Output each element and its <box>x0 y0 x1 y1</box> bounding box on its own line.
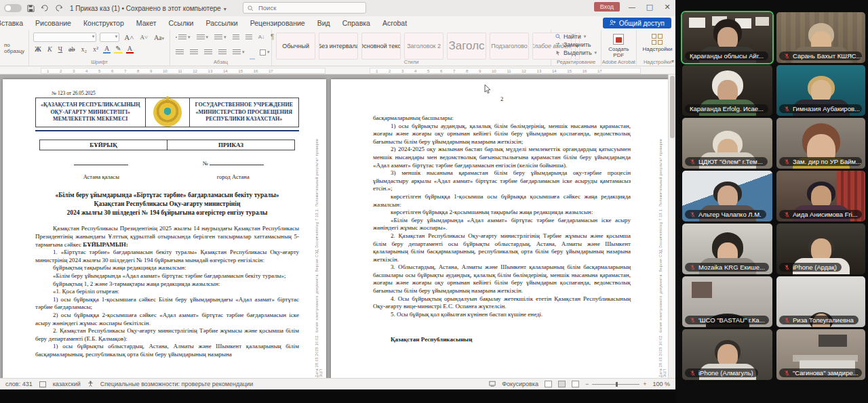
font-name-combo[interactable] <box>33 33 96 42</box>
style-heading2[interactable]: Заголовок 2 <box>404 33 443 60</box>
video-tile[interactable]: 'ШСО "BASTAU" г.Ка... <box>682 276 772 327</box>
sort-button[interactable]: А↓ <box>257 33 266 41</box>
print-layout-button[interactable] <box>558 381 566 387</box>
video-tile[interactable]: "Сагинова" замдире... <box>776 329 865 380</box>
document-page-2[interactable]: 2 басқармаларының басшылары: 1) осы бұйр… <box>331 79 670 378</box>
video-tile[interactable]: ЦДЮТ "Әлем" г.Тем... <box>682 118 772 169</box>
change-case-button[interactable]: Аа▾ <box>153 34 165 41</box>
style-no-spacing[interactable]: Без интервала <box>319 33 358 60</box>
proofing-icon[interactable] <box>39 381 46 387</box>
align-left-button[interactable] <box>174 49 185 56</box>
read-mode-button[interactable] <box>545 381 552 387</box>
zoom-level[interactable]: 100 % <box>652 381 670 387</box>
multilevel-list-button[interactable]: ▾ <box>213 34 228 41</box>
video-tile[interactable]: Аида Анисимова Fri... <box>776 171 865 221</box>
bullets-button[interactable]: ▾ <box>174 34 192 41</box>
align-center-button[interactable] <box>189 49 199 56</box>
video-tile[interactable]: iPhone (Ардақ) <box>776 224 865 274</box>
close-button[interactable]: ✕ <box>662 3 673 12</box>
highlight-button[interactable]: ✎ <box>114 45 122 54</box>
order-label-kazakh: БҰЙРЫҚ <box>40 140 167 150</box>
video-tile[interactable]: Карағанда Erfolg. Исае... <box>682 65 772 116</box>
tab-references[interactable]: Ссылки <box>163 17 200 29</box>
addins-button[interactable]: Надстройки <box>641 34 675 52</box>
tab-layout[interactable]: Макет <box>130 17 163 29</box>
style-heading1[interactable]: Заголс <box>447 33 486 60</box>
style-subtitle[interactable]: Подзаголово <box>490 33 529 60</box>
numbering-button[interactable]: ▾ <box>195 34 210 41</box>
shrink-font-button[interactable]: А˅ <box>138 34 149 41</box>
video-tile[interactable]: iPhone (Алмагуль) <box>682 329 772 380</box>
video-tile[interactable]: Қарағанды облысы Айг... <box>682 12 772 63</box>
maximize-button[interactable]: □ <box>644 3 655 12</box>
video-tile[interactable]: Риза Толеугалиевна <box>776 276 865 327</box>
redo-icon[interactable] <box>55 5 63 12</box>
video-tile[interactable]: Гимназия Аубакиров... <box>776 65 865 116</box>
document-page-1[interactable]: № 123 от 26.05.2025 «ҚАЗАҚСТАН РЕСПУБЛИК… <box>3 79 326 378</box>
tab-insert[interactable]: Вставка <box>0 17 29 29</box>
justify-button[interactable] <box>217 49 228 56</box>
font-color-button[interactable]: А <box>126 45 134 54</box>
word-count[interactable]: слов: 431 <box>5 381 33 387</box>
create-pdf-button[interactable]: Создать PDF <box>606 34 631 58</box>
city-kazakh: Астана қаласы <box>35 173 167 180</box>
find-button[interactable]: Найти▾ <box>555 33 597 40</box>
collapse-ribbon-icon[interactable]: ▾ <box>671 58 674 64</box>
grow-font-button[interactable]: А˄ <box>123 33 135 41</box>
share-button[interactable]: Общий доступ <box>603 18 671 28</box>
video-tile[interactable]: Сарань Бахыт КШЯС... <box>776 12 865 63</box>
bold-button[interactable]: Ж <box>33 45 43 53</box>
document-title[interactable]: 1 Приказ каз (1) • Сохранено в этот комп… <box>70 5 226 12</box>
scrollbar-thumb[interactable] <box>670 76 675 138</box>
borders-button[interactable]: ▾ <box>258 49 271 56</box>
ruler[interactable]: 1 2 3 4 5 6 7 8 9 10 11 12 13 14 15 16 1… <box>0 66 675 75</box>
superscript-button[interactable]: x² <box>92 45 100 53</box>
video-tile[interactable]: Mozaika KRG Екише... <box>682 224 772 274</box>
web-layout-button[interactable] <box>572 381 579 387</box>
paragraph: «Білім беру ұйымдарында «Адал азамат» бі… <box>35 272 299 280</box>
paragraph: 1) осы бұйрықты облыстардың, Астана, Алм… <box>35 343 299 358</box>
minimize-button[interactable]: — <box>627 3 637 12</box>
strikethrough-button[interactable]: ab <box>67 45 76 53</box>
zoom-slider[interactable]: − + <box>585 381 647 387</box>
format-painter-button[interactable]: по образцу <box>4 42 24 54</box>
shading-button[interactable] <box>250 45 255 60</box>
line-spacing-button[interactable]: ▾ <box>231 49 246 56</box>
paragraph: 2. Қазақстан Республикасы Оқу-ағарту мин… <box>35 327 299 343</box>
style-body-text[interactable]: Основной текст <box>361 33 401 60</box>
muted-mic-icon <box>784 53 790 60</box>
text-effects-button[interactable]: А <box>103 45 111 54</box>
replace-button[interactable]: Заменить <box>555 41 597 48</box>
italic-button[interactable]: К <box>46 45 54 53</box>
search-input[interactable] <box>257 3 361 12</box>
tab-mailings[interactable]: Рассылки <box>199 17 243 29</box>
autosave-toggle[interactable] <box>4 4 22 12</box>
tab-help[interactable]: Справка <box>336 17 376 29</box>
tab-acrobat[interactable]: Acrobat <box>376 17 413 29</box>
increase-indent-button[interactable] <box>244 34 254 41</box>
tab-design[interactable]: Конструктор <box>77 17 130 29</box>
font-size-combo[interactable] <box>100 33 119 42</box>
video-tile[interactable]: Зам. дир по УР Байм... <box>776 118 865 169</box>
video-tile[interactable]: Альтер Чалапко Л.М. <box>682 171 772 221</box>
align-right-button[interactable] <box>203 49 214 56</box>
paragraph: «Білім беру ұйымдарында «Адал азамат» бі… <box>373 217 631 232</box>
accessibility-status[interactable]: Специальные возможности: проверьте реком… <box>100 381 254 387</box>
tab-draw[interactable]: Рисование <box>29 17 77 29</box>
language-indicator[interactable]: казахский <box>53 381 81 387</box>
signin-button[interactable]: Вход <box>594 2 620 12</box>
style-normal[interactable]: Обычный <box>276 33 315 60</box>
undo-icon[interactable] <box>41 5 49 12</box>
vertical-scrollbar[interactable] <box>668 75 675 378</box>
tab-view[interactable]: Вид <box>311 17 336 29</box>
paragraph: 1. «Біртұтас тәрбие» бағдарламасын бекіт… <box>35 249 299 264</box>
decrease-indent-button[interactable] <box>231 34 241 41</box>
underline-button[interactable]: Ч <box>57 45 64 53</box>
select-button[interactable]: Выделить▾ <box>555 49 597 56</box>
subscript-button[interactable]: x₂ <box>80 45 89 53</box>
search-box[interactable] <box>243 2 366 14</box>
save-icon[interactable] <box>27 5 35 12</box>
page1-body: Қазақстан Республикасы Президентінің 202… <box>35 225 299 358</box>
tab-review[interactable]: Рецензирование <box>244 17 311 29</box>
focus-mode[interactable]: Фокусировка <box>502 381 538 387</box>
